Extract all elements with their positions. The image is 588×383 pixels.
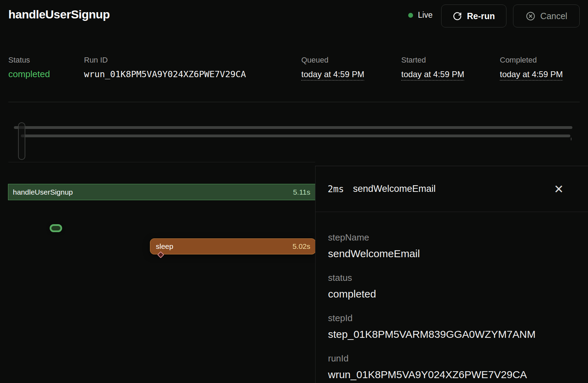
gantt-top-divider [8,162,315,162]
refresh-icon [453,11,462,21]
minimap-marker-tick [571,138,572,140]
field-label: status [328,272,578,284]
field-value: wrun_01K8PM5VA9Y024XZ6PWE7V29CA [328,368,578,382]
queued-label: Queued [301,56,328,65]
rerun-button[interactable]: Re-run [441,5,506,27]
live-status-dot-icon [408,13,413,18]
page-title: handleUserSignup [8,8,110,21]
completed-label: Completed [500,56,537,65]
started-label: Started [401,56,426,65]
gantt-bar-sendWelcomeEmail[interactable] [50,224,62,232]
status-value: completed [8,69,50,80]
gantt-bar-handleUserSignup[interactable]: handleUserSignup 5.11s [8,184,316,200]
step-detail-header: 2ms sendWelcomeEmail ✕ [316,166,588,212]
minimap-sleep-span-bar [21,135,570,137]
step-field: stepName sendWelcomeEmail [328,231,578,261]
status-label: Status [8,56,30,65]
live-label: Live [418,10,432,20]
cancel-button-label: Cancel [540,11,568,21]
timeline-zoom-handle[interactable] [18,122,25,160]
minimap-root-span-bar [14,126,572,129]
field-label: runId [328,352,578,364]
started-value[interactable]: today at 4:59 PM [401,70,464,79]
completed-value[interactable]: today at 4:59 PM [500,70,563,79]
gantt-bar-label: handleUserSignup [13,188,73,196]
gantt-bar-duration: 5.11s [293,188,310,196]
field-label: stepName [328,231,578,243]
live-indicator: Live [408,10,432,20]
field-value: step_01K8PM5VARM839GGA0WZYM7ANM [328,327,578,341]
step-field: status completed [328,272,578,301]
header-divider [8,102,580,102]
step-detail-body: stepName sendWelcomeEmail status complet… [316,212,588,382]
step-detail-panel: 2ms sendWelcomeEmail ✕ stepName sendWelc… [315,166,588,383]
cancel-button[interactable]: Cancel [513,5,580,27]
workflow-run-page: handleUserSignup Live Re-run Cancel Stat… [0,0,588,383]
gantt-bar-sleep[interactable]: sleep 5.02s [150,238,316,254]
run-id-value: wrun_01K8PM5VA9Y024XZ6PWE7V29CA [84,69,246,79]
step-duration-badge: 2ms [328,184,344,194]
run-id-label: Run ID [84,56,108,65]
gantt-bar-duration: 5.02s [293,242,310,251]
field-label: stepId [328,312,578,324]
step-field: runId wrun_01K8PM5VA9Y024XZ6PWE7V29CA [328,352,578,382]
close-icon[interactable]: ✕ [553,182,565,196]
field-value: completed [328,287,578,301]
field-value: sendWelcomeEmail [328,247,578,261]
queued-value[interactable]: today at 4:59 PM [301,70,364,79]
cancel-circle-x-icon [526,11,536,21]
step-detail-title: sendWelcomeEmail [353,184,436,194]
rerun-button-label: Re-run [467,11,495,21]
step-field: stepId step_01K8PM5VARM839GGA0WZYM7ANM [328,312,578,341]
gantt-bar-label: sleep [156,242,173,251]
